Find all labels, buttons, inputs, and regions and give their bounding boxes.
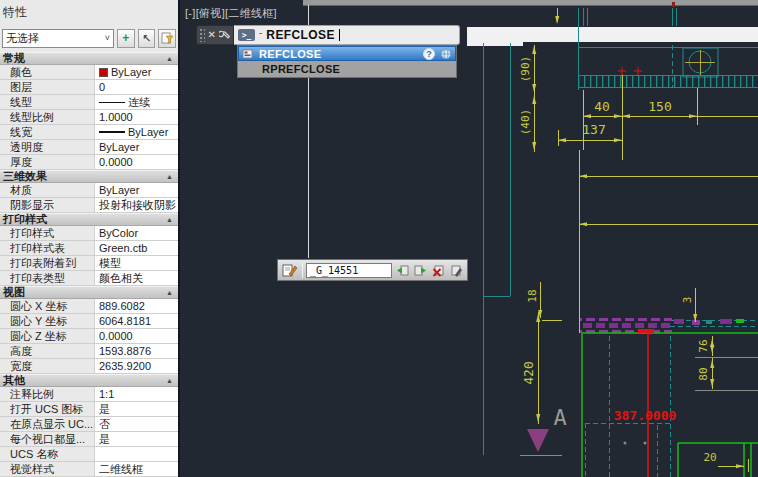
prop-label: 线型 bbox=[0, 95, 94, 109]
discard-changes-button[interactable] bbox=[431, 262, 446, 278]
prop-value[interactable]: 1:1 bbox=[94, 387, 178, 401]
section-title: 常规 bbox=[3, 51, 25, 66]
recent-commands-mark[interactable]: - bbox=[259, 27, 262, 38]
section-header-3d[interactable]: 三维效果 ▲ bbox=[0, 170, 178, 183]
help-icon[interactable]: ? bbox=[423, 48, 435, 60]
command-input[interactable]: >_ - REFCLOSE bbox=[234, 25, 460, 45]
prop-value[interactable]: Green.ctb bbox=[94, 241, 178, 255]
prop-label: 在原点显示 UC... bbox=[0, 417, 94, 431]
prop-value[interactable]: 颜色相关 bbox=[94, 271, 178, 285]
drag-handle[interactable] bbox=[199, 28, 205, 42]
prop-value[interactable]: 模型 bbox=[94, 256, 178, 270]
reference-name-field[interactable]: _G_14551 bbox=[306, 263, 392, 278]
select-objects-button[interactable]: ↖ bbox=[138, 29, 156, 48]
prop-value[interactable]: 投射和接收阴影 bbox=[94, 198, 178, 212]
prop-value[interactable]: 6064.8181 bbox=[94, 314, 178, 328]
prop-row-center-z: 圆心 Z 坐标 0.0000 bbox=[0, 329, 178, 344]
save-changes-button[interactable] bbox=[449, 262, 464, 278]
section-title: 三维效果 bbox=[3, 169, 47, 184]
prop-value[interactable]: 1593.8876 bbox=[94, 344, 178, 358]
section-title: 其他 bbox=[3, 373, 25, 388]
prop-value-text: 0.0000 bbox=[99, 156, 133, 168]
prop-label: 每个视口都显... bbox=[0, 432, 94, 446]
prop-value[interactable]: 是 bbox=[94, 432, 178, 446]
suggestion-rprefclose[interactable]: RPREFCLOSE bbox=[238, 61, 456, 77]
command-line: ✕ >_ - REFCLOSE bbox=[196, 25, 460, 45]
prop-label: 圆心 Y 坐标 bbox=[0, 314, 94, 328]
prop-value[interactable]: 二维线框 bbox=[94, 462, 178, 476]
prop-value[interactable]: 0.0000 bbox=[94, 329, 178, 343]
dim-40-label: 40 bbox=[594, 99, 610, 114]
add-to-workset-button[interactable] bbox=[395, 262, 410, 278]
prop-label: UCS 名称 bbox=[0, 447, 94, 461]
autocad-window: 40 150 137 (90) (40) 18 3 420 76 80 20 3… bbox=[0, 0, 758, 477]
section-header-view[interactable]: 视图 ▲ bbox=[0, 286, 178, 299]
red-dimension-value: 387.0000 bbox=[614, 408, 677, 423]
prop-value[interactable] bbox=[94, 447, 178, 461]
prop-value[interactable]: ByLayer bbox=[94, 140, 178, 154]
prop-row-color: 颜色 ByLayer bbox=[0, 65, 178, 80]
collapse-icon: ▲ bbox=[166, 173, 173, 180]
prop-value[interactable]: 否 bbox=[94, 417, 178, 431]
prop-value[interactable]: ByLayer bbox=[94, 183, 178, 197]
prop-value-text: ByLayer bbox=[99, 141, 139, 153]
prop-value[interactable]: 0 bbox=[94, 80, 178, 94]
prop-row-ucs-name: UCS 名称 bbox=[0, 447, 178, 462]
prop-row-center-y: 圆心 Y 坐标 6064.8181 bbox=[0, 314, 178, 329]
prop-label: 宽度 bbox=[0, 359, 94, 373]
section-header-plotstyle[interactable]: 打印样式 ▲ bbox=[0, 213, 178, 226]
suggestion-label: RPREFCLOSE bbox=[262, 63, 340, 75]
viewport-controls[interactable]: [-][俯视][二维线框] bbox=[185, 6, 277, 21]
prop-value[interactable]: 889.6082 bbox=[94, 299, 178, 313]
prop-value[interactable]: ByLayer bbox=[94, 125, 178, 139]
prop-label: 视觉样式 bbox=[0, 462, 94, 476]
prop-row-material: 材质 ByLayer bbox=[0, 183, 178, 198]
prop-row-thickness: 厚度 0.0000 bbox=[0, 155, 178, 170]
save-changes-icon bbox=[450, 264, 463, 277]
prop-value-text: ByLayer bbox=[128, 126, 168, 138]
chevron-down-icon: ˅ bbox=[105, 33, 110, 43]
quick-select-icon bbox=[161, 32, 174, 45]
prop-value[interactable]: 2635.9200 bbox=[94, 359, 178, 373]
prop-value[interactable]: ByLayer bbox=[94, 65, 178, 79]
wrench-icon[interactable] bbox=[219, 29, 231, 41]
prop-value[interactable]: 0.0000 bbox=[94, 155, 178, 169]
prop-value[interactable]: 连续 bbox=[94, 95, 178, 109]
prop-row-ucs-at-origin: 在原点显示 UC... 否 bbox=[0, 417, 178, 432]
section-header-general[interactable]: 常规 ▲ bbox=[0, 52, 178, 65]
prop-label: 打印样式 bbox=[0, 226, 94, 240]
edit-reference-icon[interactable] bbox=[281, 262, 299, 278]
command-icon bbox=[242, 48, 254, 60]
prop-row-annotation-scale: 注释比例 1:1 bbox=[0, 387, 178, 402]
close-icon[interactable]: ✕ bbox=[208, 30, 216, 40]
prop-row-plotstyle-table: 打印样式表 Green.ctb bbox=[0, 241, 178, 256]
text-caret bbox=[339, 29, 340, 41]
prop-value[interactable]: 是 bbox=[94, 402, 178, 416]
dim-137-label: 137 bbox=[582, 122, 605, 137]
prop-row-width: 宽度 2635.9200 bbox=[0, 359, 178, 374]
prop-value-text: 0.0000 bbox=[99, 330, 133, 342]
prop-label: 厚度 bbox=[0, 155, 94, 169]
prop-value[interactable]: 1.0000 bbox=[94, 110, 178, 124]
quick-select-button[interactable] bbox=[158, 29, 176, 48]
prop-value-text: 1.0000 bbox=[99, 111, 133, 123]
collapse-icon: ▲ bbox=[166, 55, 173, 62]
dim-3-label: 3 bbox=[681, 297, 694, 304]
prop-row-shadow: 阴影显示 投射和接收阴影 bbox=[0, 198, 178, 213]
drawing-canvas[interactable]: 40 150 137 (90) (40) 18 3 420 76 80 20 3… bbox=[180, 0, 758, 477]
prop-value-text: 二维线框 bbox=[99, 462, 143, 476]
dim-18-label: 18 bbox=[526, 289, 539, 302]
search-web-icon[interactable] bbox=[440, 48, 452, 60]
selection-dropdown[interactable]: 无选择 ˅ bbox=[2, 29, 114, 48]
suggestion-refclose[interactable]: REFCLOSE ? bbox=[238, 46, 456, 61]
collapse-icon: ▲ bbox=[166, 377, 173, 384]
prop-label: 打印表类型 bbox=[0, 271, 94, 285]
prop-label: 透明度 bbox=[0, 140, 94, 154]
remove-from-workset-button[interactable] bbox=[413, 262, 428, 278]
dim-90-label: (90) bbox=[519, 56, 532, 83]
pickadd-toggle-button[interactable]: + bbox=[117, 29, 135, 48]
prop-value[interactable]: ByColor bbox=[94, 226, 178, 240]
prop-value-text: ByColor bbox=[99, 227, 138, 239]
prop-label: 阴影显示 bbox=[0, 198, 94, 212]
section-header-misc[interactable]: 其他 ▲ bbox=[0, 374, 178, 387]
